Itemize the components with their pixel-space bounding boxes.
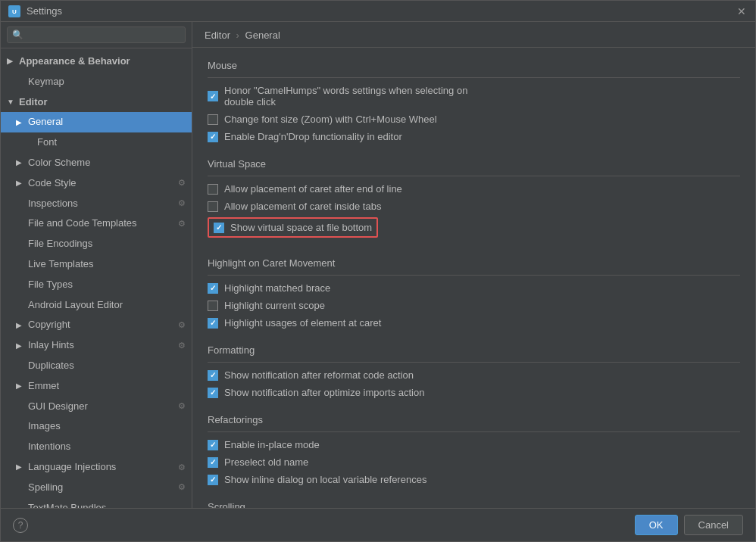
section-divider-mouse xyxy=(208,77,740,78)
sidebar-item-copyright[interactable]: ▶Copyright⚙ xyxy=(1,315,192,335)
sidebar-item-inspections[interactable]: Inspections⚙ xyxy=(1,194,192,214)
sidebar-item-language-injections[interactable]: ▶Language Injections⚙ xyxy=(1,457,192,478)
sidebar-item-label: File Types xyxy=(28,277,73,293)
checkbox-zoom[interactable] xyxy=(208,114,218,125)
app-icon: U xyxy=(8,5,20,17)
sidebar-item-label: Editor xyxy=(19,95,48,111)
sidebar-item-label: Live Templates xyxy=(28,257,93,273)
checkbox-label-matched-brace: Highlight matched brace xyxy=(224,282,330,294)
sidebar-item-code-style[interactable]: ▶Code Style⚙ xyxy=(1,173,192,194)
settings-icon: ⚙ xyxy=(178,481,186,494)
section-scrolling: Scrolling xyxy=(208,501,740,508)
sidebar-item-label: General xyxy=(28,114,63,130)
section-title-mouse: Mouse xyxy=(208,60,740,71)
sidebar-item-general[interactable]: ▶General xyxy=(1,112,192,132)
sidebar-tree: ▶Appearance & BehaviorKeymap▼Editor▶Gene… xyxy=(1,48,192,508)
close-button[interactable]: ✕ xyxy=(736,5,748,17)
arrow-icon: ▶ xyxy=(16,177,25,189)
section-title-virtual-space: Virtual Space xyxy=(208,158,740,170)
settings-icon: ⚙ xyxy=(178,339,186,353)
sidebar-item-label: Appearance & Behavior xyxy=(19,54,130,70)
sidebar-item-file-types[interactable]: File Types xyxy=(1,275,192,295)
arrow-icon: ▶ xyxy=(16,461,25,473)
settings-icon: ⚙ xyxy=(178,400,186,413)
checkbox-label-current-scope: Highlight current scope xyxy=(224,300,325,311)
checkbox-usages-caret[interactable] xyxy=(208,318,218,329)
sidebar-item-emmet[interactable]: ▶Emmet xyxy=(1,376,192,397)
section-highlight-caret: Highlight on Caret MovementHighlight mat… xyxy=(208,257,740,329)
sidebar-item-spelling[interactable]: Spelling⚙ xyxy=(1,478,192,498)
sidebar-item-images[interactable]: Images xyxy=(1,416,192,437)
ok-button[interactable]: OK xyxy=(635,515,678,535)
checkbox-current-scope[interactable] xyxy=(208,301,218,311)
sidebar-item-color-scheme[interactable]: ▶Color Scheme xyxy=(1,153,192,173)
sidebar-item-file-encodings[interactable]: File Encodings xyxy=(1,234,192,254)
section-divider-refactorings xyxy=(208,431,740,432)
sidebar-item-label: Copyright xyxy=(28,317,70,333)
sidebar-item-font[interactable]: Font xyxy=(1,132,192,153)
help-button[interactable]: ? xyxy=(13,518,28,533)
checkbox-preselect-name[interactable] xyxy=(208,457,218,468)
section-formatting: FormattingShow notification after reform… xyxy=(208,344,740,399)
settings-icon: ⚙ xyxy=(178,319,186,332)
checkbox-row-preselect-name: Preselect old name xyxy=(208,456,740,469)
checkbox-row-current-scope: Highlight current scope xyxy=(208,299,740,312)
checkbox-reformat-notify[interactable] xyxy=(208,370,218,381)
checkbox-inline-dialog[interactable] xyxy=(208,475,218,485)
sidebar-item-label: Color Scheme xyxy=(28,155,90,171)
settings-window: U Settings ✕ ▶Appearance & BehaviorKeyma… xyxy=(0,0,756,542)
sidebar-item-label: TextMate Bundles xyxy=(28,500,106,508)
arrow-icon: ▶ xyxy=(16,117,25,129)
breadcrumb-current: General xyxy=(245,30,280,41)
arrow-icon: ▶ xyxy=(16,340,25,352)
section-virtual-space: Virtual SpaceAllow placement of caret af… xyxy=(208,158,740,242)
settings-icon: ⚙ xyxy=(178,197,186,210)
sidebar-item-appearance[interactable]: ▶Appearance & Behavior xyxy=(1,51,192,72)
sidebar-item-label: Inlay Hints xyxy=(28,338,74,354)
checkbox-label-usages-caret: Highlight usages of element at caret xyxy=(224,317,381,329)
svg-text:U: U xyxy=(12,8,17,15)
sidebar-item-label: Code Style xyxy=(28,176,77,192)
section-refactorings: RefactoringsEnable in-place modePreselec… xyxy=(208,414,740,486)
sidebar-item-inlay-hints[interactable]: ▶Inlay Hints⚙ xyxy=(1,335,192,356)
sidebar-item-duplicates[interactable]: Duplicates xyxy=(1,356,192,376)
checkbox-dragndrop[interactable] xyxy=(208,132,218,142)
checkbox-label-inline-dialog: Show inline dialog on local variable ref… xyxy=(224,474,426,485)
section-title-formatting: Formatting xyxy=(208,344,740,356)
sidebar-item-label: Emmet xyxy=(28,378,59,394)
search-input[interactable] xyxy=(7,26,186,43)
checkbox-label-reformat-notify: Show notification after reformat code ac… xyxy=(224,369,414,381)
checkbox-row-inplace-mode: Enable in-place mode xyxy=(208,438,740,451)
sidebar-item-gui-designer[interactable]: GUI Designer⚙ xyxy=(1,397,192,417)
title-bar: U Settings ✕ xyxy=(1,1,755,22)
arrow-icon: ▶ xyxy=(16,380,25,392)
checkbox-row-dragndrop: Enable Drag'n'Drop functionality in edit… xyxy=(208,130,740,143)
cancel-button[interactable]: Cancel xyxy=(684,515,743,535)
checkbox-row-reformat-notify: Show notification after reformat code ac… xyxy=(208,369,740,382)
sidebar-item-editor[interactable]: ▼Editor xyxy=(1,92,192,113)
checkbox-label-zoom: Change font size (Zoom) with Ctrl+Mouse … xyxy=(224,114,437,125)
section-divider-highlight-caret xyxy=(208,275,740,276)
checkbox-caret-inside[interactable] xyxy=(208,201,218,212)
sidebar-item-live-templates[interactable]: Live Templates xyxy=(1,254,192,275)
settings-icon: ⚙ xyxy=(178,217,186,231)
sidebar-item-android-layout-editor[interactable]: Android Layout Editor xyxy=(1,295,192,316)
checkbox-label-optimize-notify: Show notification after optimize imports… xyxy=(224,387,424,398)
checkbox-caret-end[interactable] xyxy=(208,184,218,195)
sidebar-item-label: Images xyxy=(28,419,61,435)
sidebar-item-keymap[interactable]: Keymap xyxy=(1,72,192,92)
sidebar-item-label: File Encodings xyxy=(28,236,92,252)
checkbox-inplace-mode[interactable] xyxy=(208,440,218,450)
sidebar-item-file-code-templates[interactable]: File and Code Templates⚙ xyxy=(1,213,192,234)
sidebar-item-label: Inspections xyxy=(28,196,78,212)
arrow-icon: ▼ xyxy=(7,96,16,108)
checkbox-row-inline-dialog: Show inline dialog on local variable ref… xyxy=(208,473,740,486)
checkbox-matched-brace[interactable] xyxy=(208,283,218,294)
checkbox-camelhumps[interactable] xyxy=(208,91,218,101)
sidebar-item-textmate-bundles[interactable]: TextMate Bundles xyxy=(1,498,192,508)
checkbox-virtual-bottom[interactable] xyxy=(214,223,224,233)
sidebar: ▶Appearance & BehaviorKeymap▼Editor▶Gene… xyxy=(1,22,192,508)
checkbox-optimize-notify[interactable] xyxy=(208,388,218,398)
checkbox-label-caret-end: Allow placement of caret after end of li… xyxy=(224,183,402,195)
sidebar-item-intentions[interactable]: Intentions xyxy=(1,437,192,457)
